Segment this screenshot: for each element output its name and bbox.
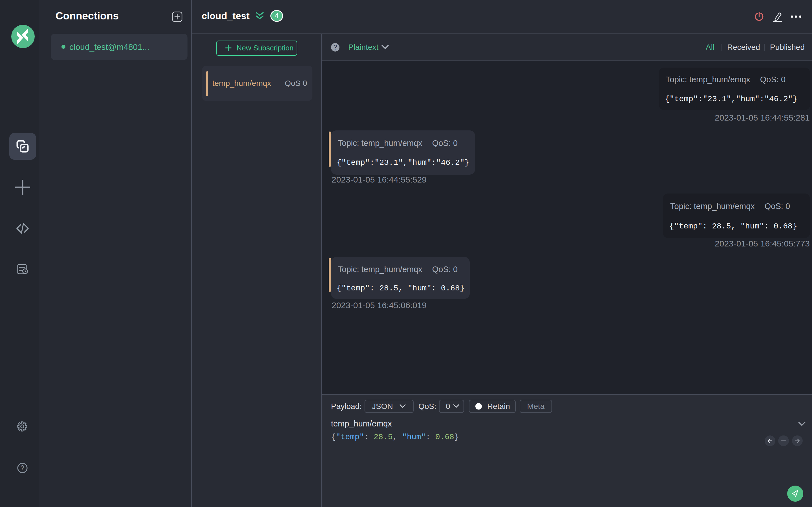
svg-text:?: ? bbox=[20, 464, 24, 471]
